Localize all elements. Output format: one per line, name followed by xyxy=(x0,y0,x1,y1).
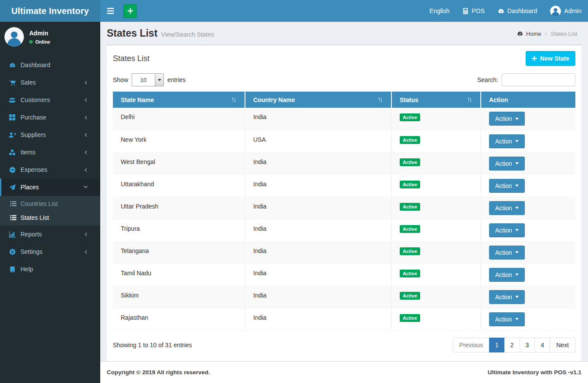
caret-down-icon xyxy=(515,162,519,166)
caret-down-icon xyxy=(515,207,519,211)
pagination-previous-button[interactable]: Previous xyxy=(453,338,489,352)
caret-down-icon xyxy=(515,140,519,144)
pagination-page-button-2[interactable]: 2 xyxy=(504,338,520,352)
sidebar-toggle-button[interactable] xyxy=(100,0,120,22)
content-header: States List View/Search States Home > St… xyxy=(100,22,588,44)
pagination-page-button-4[interactable]: 4 xyxy=(534,338,550,352)
country-name-cell: India xyxy=(245,219,391,241)
sidebar-item-sales[interactable]: Sales xyxy=(0,74,100,91)
sidebar-menu: DashboardSalesCustomersPurchaseSuppliers… xyxy=(0,56,100,278)
sidebar-item-items[interactable]: Items xyxy=(0,144,100,161)
sidebar-item-label: Items xyxy=(20,149,35,156)
caret-down-icon xyxy=(515,229,519,233)
country-name-cell: India xyxy=(245,286,391,308)
caret-down-icon xyxy=(515,296,519,300)
navbar-item-english[interactable]: English xyxy=(423,0,456,22)
sidebar-item-states-list[interactable]: States List xyxy=(0,211,100,225)
grid-icon xyxy=(8,114,17,120)
action-button-label: Action xyxy=(495,160,512,167)
pagination-page-button-1[interactable]: 1 xyxy=(489,338,505,352)
user-name: Admin xyxy=(29,30,50,37)
sidebar-item-customers[interactable]: Customers xyxy=(0,91,100,109)
action-dropdown-button[interactable]: Action xyxy=(489,268,525,282)
angle-left-icon xyxy=(81,97,90,103)
navbar-right-menu: EnglishPOSDashboardAdmin xyxy=(423,0,588,22)
action-dropdown-button[interactable]: Action xyxy=(489,134,525,148)
action-dropdown-button[interactable]: Action xyxy=(489,112,525,126)
navbar-item-pos[interactable]: POS xyxy=(456,0,491,22)
action-button-label: Action xyxy=(495,316,512,323)
status-badge: Active xyxy=(400,136,420,144)
sidebar-item-suppliers[interactable]: Suppliers xyxy=(0,126,100,144)
sidebar-user-panel: Admin Online xyxy=(0,22,100,53)
angle-left-icon xyxy=(81,115,90,120)
sidebar-item-countries-list[interactable]: Countries List xyxy=(0,197,100,211)
brand-logo[interactable]: Ultimate Inventory xyxy=(0,0,100,22)
search-input[interactable] xyxy=(502,73,575,86)
new-state-button[interactable]: New State xyxy=(526,51,575,66)
action-dropdown-button[interactable]: Action xyxy=(489,223,525,237)
sidebar-item-label: Suppliers xyxy=(20,131,46,138)
action-cell: Action xyxy=(481,286,575,308)
gears-icon xyxy=(8,249,17,255)
navbar-item-dashboard[interactable]: Dashboard xyxy=(491,0,544,22)
pagination-page-button-3[interactable]: 3 xyxy=(520,338,535,352)
card-header: States List New State xyxy=(107,45,581,72)
action-dropdown-button[interactable]: Action xyxy=(489,290,525,304)
table-head: State NameCountry NameStatusAction xyxy=(113,92,575,108)
action-button-label: Action xyxy=(495,271,512,278)
breadcrumb-home-link[interactable]: Home xyxy=(526,31,541,37)
navbar-item-admin[interactable]: Admin xyxy=(544,0,588,22)
column-header-country-name[interactable]: Country Name xyxy=(245,92,391,108)
sidebar-item-purchase[interactable]: Purchase xyxy=(0,109,100,126)
sidebar-item-dashboard[interactable]: Dashboard xyxy=(0,56,100,74)
action-dropdown-button[interactable]: Action xyxy=(489,312,525,326)
navbar: EnglishPOSDashboardAdmin xyxy=(100,0,588,22)
country-name-cell: India xyxy=(245,152,391,174)
paper-plane-icon xyxy=(8,184,17,191)
action-dropdown-button[interactable]: Action xyxy=(489,201,525,215)
angle-left-icon xyxy=(81,150,90,155)
pagination-next-button[interactable]: Next xyxy=(550,338,575,352)
user-status[interactable]: Online xyxy=(29,39,50,44)
page-length-select[interactable]: 10 xyxy=(132,73,164,86)
sidebar-item-help[interactable]: Help xyxy=(0,260,100,278)
status-cell: Active xyxy=(391,286,481,308)
table-row: New YorkUSAActiveAction xyxy=(113,130,575,152)
sidebar-item-expenses[interactable]: Expenses xyxy=(0,161,100,178)
navbar-item-label: POS xyxy=(472,7,485,14)
calculator-icon xyxy=(462,8,469,14)
country-name-cell: India xyxy=(245,263,391,286)
cart-icon xyxy=(8,79,17,86)
column-header-state-name[interactable]: State Name xyxy=(113,92,245,108)
copyright-text: Copyright © 2019 All rights reserved. xyxy=(107,369,210,376)
column-header-status[interactable]: Status xyxy=(391,92,481,108)
dashboard-icon xyxy=(8,62,17,68)
content-area: States List View/Search States Home > St… xyxy=(100,22,588,361)
page-title: States List xyxy=(107,27,157,39)
plus-icon xyxy=(532,56,537,61)
action-dropdown-button[interactable]: Action xyxy=(489,157,525,171)
sidebar-item-label: Help xyxy=(20,266,33,273)
breadcrumb-current: States List xyxy=(551,31,577,37)
action-button-label: Action xyxy=(495,227,512,234)
caret-down-icon xyxy=(515,118,519,122)
status-badge: Active xyxy=(400,270,420,277)
state-name-cell: West Bengal xyxy=(113,152,245,174)
sidebar-item-reports[interactable]: Reports xyxy=(0,226,100,243)
state-name-cell: Telangana xyxy=(113,241,245,263)
column-header-label: Country Name xyxy=(253,96,295,103)
sidebar-item-places[interactable]: Places xyxy=(0,178,100,196)
action-dropdown-button[interactable]: Action xyxy=(489,246,525,260)
table-info: Showing 1 to 10 of 31 entries xyxy=(113,342,192,349)
sidebar-item-label: Sales xyxy=(20,79,36,86)
sidebar-item-settings[interactable]: Settings xyxy=(0,243,100,260)
sidebar-item-label: Settings xyxy=(20,248,43,255)
page-length-control: Show 10 entries xyxy=(113,73,186,86)
status-badge: Active xyxy=(400,113,420,121)
quick-add-button[interactable] xyxy=(123,4,137,18)
action-dropdown-button[interactable]: Action xyxy=(489,179,525,193)
status-badge: Active xyxy=(400,158,420,166)
sidebar-submenu-places: Countries ListStates List xyxy=(0,196,100,226)
status-cell: Active xyxy=(391,130,481,152)
